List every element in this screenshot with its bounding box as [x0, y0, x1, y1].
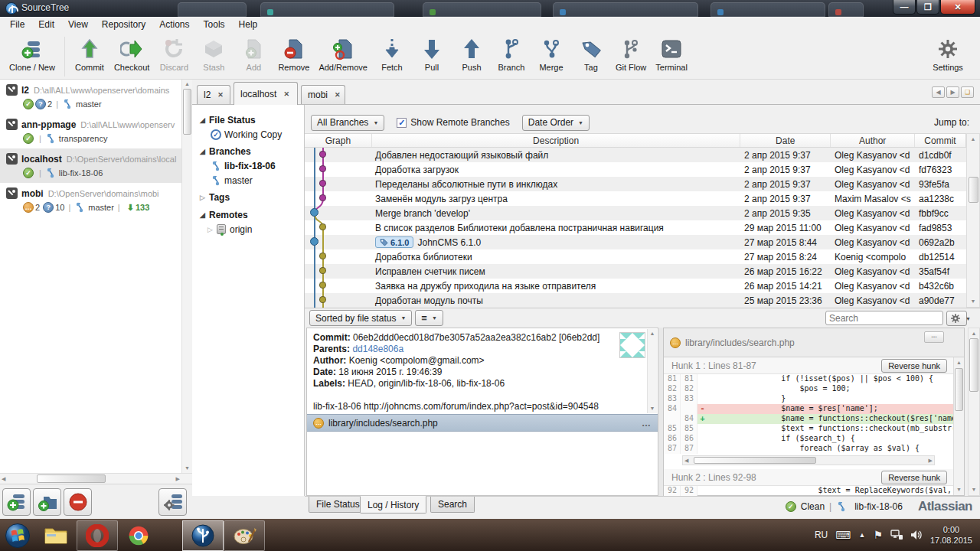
column-date[interactable]: Date — [740, 134, 831, 147]
commit-row[interactable]: Доработка загрузок2 апр 2015 9:37Oleg Ka… — [305, 162, 966, 177]
view-options-dropdown[interactable]: ≡▼ — [415, 310, 443, 326]
remove-button[interactable]: Remove — [273, 35, 314, 77]
terminal-button[interactable]: Terminal — [651, 35, 692, 77]
menu-file[interactable]: File — [3, 18, 31, 31]
tab-scroll-left-button[interactable]: ◀ — [932, 86, 945, 98]
order-dropdown[interactable]: Date Order▼ — [522, 115, 590, 131]
new-tab-button[interactable]: ❏ — [961, 86, 974, 98]
tree-branch-lib-fix-18-06[interactable]: lib-fix-18-06 — [192, 158, 304, 173]
expand-icon[interactable]: ◢ — [200, 116, 209, 124]
diff-vertical-scrollbar[interactable]: ▲ ▼ — [953, 357, 964, 495]
column-graph[interactable]: Graph — [305, 134, 372, 147]
tree-branches[interactable]: ◢Branches — [192, 144, 304, 158]
close-button[interactable]: ✕ — [940, 0, 975, 15]
expand-icon[interactable]: ◢ — [200, 211, 209, 219]
menu-edit[interactable]: Edit — [31, 18, 61, 31]
commit-row[interactable]: Заявка на дружбу приходила на языке отпр… — [305, 279, 966, 293]
start-button[interactable] — [0, 520, 35, 551]
add-folder-button[interactable] — [33, 488, 61, 516]
column-author[interactable]: Author — [831, 134, 915, 147]
branches-filter-dropdown[interactable]: All Branches▼ — [311, 115, 384, 131]
diff-menu-button[interactable]: ... — [924, 331, 944, 343]
tree-branch-master[interactable]: master — [192, 173, 304, 187]
taskbar-clock[interactable]: 0:00 17.08.2015 — [930, 524, 972, 546]
tree-remote-origin[interactable]: ▷origin — [192, 222, 304, 236]
remove-repository-button[interactable] — [64, 488, 92, 516]
tab-mobi[interactable]: mobi✕ — [301, 85, 345, 104]
commit-row[interactable]: Заменён модуль загруз центра2 апр 2015 9… — [305, 191, 966, 206]
pull-button[interactable]: Pull — [412, 35, 452, 77]
tab-log-history[interactable]: Log / History — [360, 496, 426, 514]
tree-remotes[interactable]: ◢Remotes — [192, 207, 304, 222]
collapse-icon[interactable]: ▷ — [200, 194, 209, 201]
commit-row[interactable]: 6.1.0JohnCMS 6.1.027 мар 2015 8:44Oleg K… — [305, 235, 966, 249]
checkout-button[interactable]: Checkout — [109, 35, 154, 77]
push-button[interactable]: Push — [452, 35, 492, 77]
repo-item-mobi[interactable]: mobiD:\OpenServer\domains\mobi …2?10mast… — [0, 183, 191, 217]
collapse-icon[interactable]: ▷ — [207, 226, 217, 233]
file-menu-icon[interactable]: … — [642, 418, 652, 429]
commit-row[interactable]: Merge branch 'develop'2 апр 2015 9:35Ole… — [305, 206, 966, 220]
commit-row[interactable]: В список разделов Библиотеки добавлена п… — [305, 220, 966, 235]
tree-tags[interactable]: ▷Tags — [192, 190, 304, 204]
jump-to-label[interactable]: Jump to: — [934, 112, 969, 133]
merge-button[interactable]: Merge — [531, 35, 571, 77]
menu-repository[interactable]: Repository — [95, 18, 152, 31]
tab-scroll-right-button[interactable]: ▶ — [946, 86, 959, 98]
close-tab-icon[interactable]: ✕ — [281, 90, 292, 99]
tab-file-status[interactable]: File Status — [309, 497, 368, 513]
details-scrollbar[interactable]: ▲ ▼ — [647, 329, 657, 413]
search-input[interactable] — [826, 313, 951, 324]
expand-icon[interactable]: ◢ — [200, 148, 209, 155]
column-commit[interactable]: Commit — [915, 134, 965, 147]
tab-localhost[interactable]: localhost✕ — [234, 82, 298, 105]
show-remote-checkbox[interactable]: ✓ — [397, 118, 407, 128]
menu-view[interactable]: View — [61, 18, 95, 31]
repo-item-l2[interactable]: l2D:\all\ALL\www\openserver\domains ✓?2m… — [0, 80, 191, 114]
repo-item-localhost[interactable]: localhostD:\OpenServer\domains\local ✓li… — [0, 148, 191, 183]
commit-row[interactable]: Доработка библиотеки27 мар 2015 8:24Koen… — [305, 249, 966, 264]
fetch-button[interactable]: Fetch — [372, 35, 412, 77]
minimize-button[interactable]: — — [893, 0, 916, 15]
diff-horizontal-scrollbar[interactable]: ◀ ▶ — [682, 455, 935, 465]
tree-working-copy[interactable]: ✓Working Copy — [192, 127, 304, 142]
tree-file-status[interactable]: ◢File Status — [192, 112, 304, 127]
commit-row[interactable]: Исправлен счетчик писем26 мар 2015 16:22… — [305, 264, 966, 279]
commit-button[interactable]: Commit — [70, 35, 109, 77]
column-description[interactable]: Description — [372, 134, 740, 147]
menu-tools[interactable]: Tools — [197, 18, 232, 31]
reverse-hunk-button[interactable]: Reverse hunk — [881, 471, 947, 484]
commit-row[interactable]: Доработан модуль почты25 мар 2015 23:36O… — [305, 293, 966, 308]
parent-commit-link[interactable]: dd148e806a — [352, 344, 403, 354]
git-flow-button[interactable]: Git Flow — [611, 35, 651, 77]
taskbar-sourcetree[interactable] — [182, 520, 224, 551]
taskbar-opera[interactable] — [77, 520, 118, 551]
network-icon[interactable] — [890, 530, 903, 540]
taskbar-chrome[interactable] — [118, 520, 159, 551]
commit-row[interactable]: Переделаны абсолютные пути в инклюдах2 а… — [305, 177, 966, 191]
add-repository-button[interactable] — [2, 488, 31, 516]
keyboard-layout-icon[interactable]: ⌨ — [835, 529, 851, 541]
search-options-button[interactable]: ▼ — [946, 311, 967, 326]
sidebar-horizontal-scrollbar[interactable]: ◀ ▶ — [0, 473, 192, 484]
taskbar-explorer[interactable] — [35, 520, 77, 551]
action-center-icon[interactable]: ⚑ — [873, 529, 883, 541]
settings-button[interactable]: Settings — [928, 35, 968, 77]
repo-item-ann-ppmage[interactable]: ann-ppmageD:\all\ALL\www\openserv ✓trans… — [0, 114, 191, 148]
show-hidden-icons[interactable]: ▲ — [858, 531, 865, 539]
log-vertical-scrollbar[interactable]: ▲ ▼ — [966, 133, 980, 308]
panel-vertical-scrollbar[interactable]: ▲ ▼ — [968, 328, 980, 496]
tag-button[interactable]: Tag — [571, 35, 611, 77]
commit-row[interactable]: Добавлен недостающий языковый файл2 апр … — [305, 148, 966, 162]
repo-settings-button[interactable] — [158, 488, 187, 516]
tab-search[interactable]: Search — [430, 497, 475, 513]
tab-l2[interactable]: l2✕ — [197, 85, 230, 104]
close-tab-icon[interactable]: ✕ — [332, 90, 343, 99]
add-remove-button[interactable]: Add/Remove — [314, 35, 372, 77]
clone-new-button[interactable]: Clone / New — [5, 35, 60, 77]
menu-help[interactable]: Help — [232, 18, 265, 31]
menu-actions[interactable]: Actions — [152, 18, 196, 31]
volume-icon[interactable] — [910, 530, 923, 540]
sorted-by-dropdown[interactable]: Sorted by file status▼ — [309, 310, 412, 326]
language-indicator[interactable]: RU — [815, 530, 828, 540]
